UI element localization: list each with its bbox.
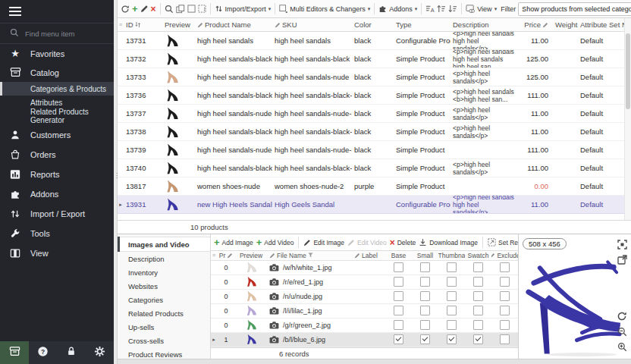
cell-file-name[interactable]: /g/r/green_2.jpg	[267, 318, 352, 332]
cell-product-name[interactable]: high heel sandals	[195, 32, 272, 49]
sort-az-button[interactable]: A	[425, 5, 435, 13]
cell-priority[interactable]: 0	[217, 318, 235, 332]
exclude-checkbox[interactable]	[500, 320, 510, 330]
delete-image-button[interactable]: ×Delete	[390, 238, 416, 247]
column-filter-icon[interactable]	[308, 253, 313, 258]
table-row[interactable]: 13733 high heel sandals-nude high heel s…	[118, 68, 631, 86]
horizontal-scrollbar[interactable]	[118, 359, 631, 364]
cell-type[interactable]: Simple Product	[394, 177, 450, 195]
edit-image-button[interactable]: Edit Image	[303, 239, 344, 246]
images-column-header-label[interactable]: Label	[352, 252, 385, 259]
cell-attribute-set[interactable]: Default	[578, 68, 624, 86]
column-header-attr[interactable]: Attribute Set Name	[578, 18, 624, 31]
sidebar-item-tools[interactable]: Tools	[0, 224, 114, 243]
small-checkbox[interactable]	[420, 306, 430, 315]
grid-vertical-scrollbar[interactable]	[624, 18, 631, 220]
cell-type[interactable]: Simple Product	[394, 159, 450, 177]
swatch-checkbox[interactable]	[473, 306, 483, 315]
column-header-desc[interactable]: Description	[450, 18, 517, 31]
cell-sku[interactable]: women shoes-nude-2	[272, 177, 352, 195]
base-checkbox[interactable]	[394, 306, 403, 315]
cell-priority[interactable]: 0	[217, 275, 235, 289]
cell-attribute-set[interactable]: Default	[578, 32, 624, 49]
column-header-sku[interactable]: SKU	[272, 18, 352, 31]
images-column-header-small[interactable]: Small	[412, 252, 438, 259]
cell-weight[interactable]	[553, 196, 578, 213]
cell-description[interactable]	[450, 141, 517, 158]
help-button[interactable]: ?	[29, 341, 57, 364]
tab-up-sells[interactable]: Up-sells	[118, 320, 210, 334]
store-button[interactable]	[0, 341, 29, 364]
filter-select[interactable]: Show products from selected categories ▾	[518, 2, 631, 16]
sidebar-search-input[interactable]: Find menu item	[0, 23, 114, 44]
exclude-checkbox[interactable]	[500, 277, 510, 287]
cell-attribute-set[interactable]: Default	[578, 86, 624, 104]
cell-file-name[interactable]: /r/e/red_1.jpg	[267, 275, 352, 289]
cell-weight[interactable]	[553, 50, 578, 67]
images-column-header-file name[interactable]: File Name	[267, 252, 352, 259]
cell-price[interactable]: 11.00	[517, 32, 553, 49]
images-column-header-preview[interactable]: Preview	[235, 252, 267, 259]
search-button[interactable]	[165, 5, 174, 14]
cell-weight[interactable]	[553, 177, 578, 195]
cell-product-name[interactable]: high heel sandals-black-36	[195, 86, 272, 104]
cell-label[interactable]	[352, 333, 385, 347]
cell-product-name[interactable]: high heel sandals-black-37	[195, 123, 272, 140]
cell-label[interactable]	[352, 261, 385, 275]
cell-product-name[interactable]: new High Heels Sandals	[195, 196, 272, 213]
checkbox-tool-button[interactable]	[187, 5, 196, 13]
add-image-button[interactable]: +Add Image	[214, 237, 253, 247]
table-row[interactable]: 13731 high heel sandals high heel sandal…	[118, 32, 631, 50]
cell-priority[interactable]: 0	[217, 261, 235, 275]
cell-preview[interactable]	[155, 68, 195, 86]
cell-color[interactable]: black	[352, 105, 394, 122]
cell-price[interactable]: 111.00	[517, 141, 553, 158]
images-column-header-base[interactable]: Base	[385, 252, 412, 259]
swatch-checkbox[interactable]	[473, 262, 483, 272]
cell-id[interactable]: 13740	[124, 159, 155, 177]
cell-attribute-set[interactable]: Default	[578, 50, 624, 67]
tab-related-products[interactable]: Related Products	[118, 306, 210, 320]
image-row[interactable]: 0 /n/u/nude.jpg	[211, 290, 518, 304]
cell-label[interactable]	[352, 275, 385, 289]
settings-button[interactable]	[86, 341, 114, 364]
cell-color[interactable]: black	[352, 50, 394, 67]
cell-attribute-set[interactable]: Default	[578, 159, 624, 177]
add-button[interactable]: +	[132, 4, 138, 14]
cell-priority[interactable]: 0	[217, 304, 235, 318]
cell-preview[interactable]	[155, 32, 195, 49]
small-checkbox[interactable]	[420, 334, 430, 344]
sidebar-item-addons[interactable]: Addons	[0, 184, 114, 204]
cell-file-name[interactable]: /l/i/lilac_1.jpg	[267, 304, 352, 318]
cell-color[interactable]: black	[352, 141, 394, 158]
thumbnail-checkbox[interactable]	[447, 277, 457, 287]
cell-description[interactable]: <p>high heel sandals <b>high heel san...	[450, 86, 517, 104]
small-checkbox[interactable]	[420, 320, 430, 330]
tab-categories[interactable]: Categories	[118, 293, 210, 306]
cell-preview[interactable]	[155, 196, 195, 213]
cell-id[interactable]: 13931	[124, 196, 155, 213]
cell-image-preview[interactable]	[235, 261, 267, 275]
import-export-menu[interactable]: Import/Export▾	[215, 5, 272, 13]
cell-preview[interactable]	[155, 105, 195, 122]
zoom-in-button[interactable]	[617, 341, 627, 355]
cell-description[interactable]: <p>high heel sandals</p>	[450, 159, 517, 177]
set-resize-rule-button[interactable]: Set Resize Rule	[488, 238, 518, 246]
menu-toggle-button[interactable]	[0, 0, 114, 23]
exclude-checkbox[interactable]	[500, 262, 510, 272]
cell-sku[interactable]: High Geels Sandal	[272, 196, 352, 213]
tab-websites[interactable]: Websites	[118, 279, 210, 293]
image-row[interactable]: 0 /r/e/red_1.jpg	[211, 275, 518, 290]
sidebar-item-customers[interactable]: Customers	[0, 125, 114, 145]
table-row[interactable]: 13740 high heel sandals-black-38 high he…	[118, 159, 631, 177]
cell-description[interactable]: <p>high heel sandals</p>	[450, 123, 517, 140]
cell-image-preview[interactable]	[235, 318, 267, 332]
column-header-color[interactable]: Color	[352, 18, 394, 31]
column-header-name[interactable]: Product Name	[195, 18, 272, 31]
cell-weight[interactable]	[553, 159, 578, 177]
image-row[interactable]: ▸ 1 /b/l/blue_6.jpg	[211, 333, 518, 347]
images-column-header-swatch[interactable]: Swatch	[465, 252, 491, 259]
cell-id[interactable]: 13731	[124, 32, 155, 49]
cell-file-name[interactable]: /b/l/blue_6.jpg	[267, 333, 352, 347]
cell-color[interactable]: black	[352, 123, 394, 140]
